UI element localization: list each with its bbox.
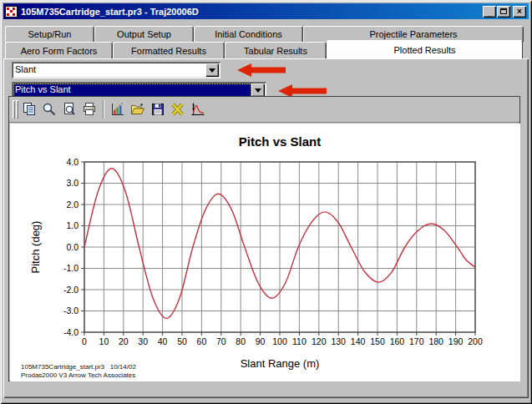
x-tick-label: 130: [331, 336, 346, 346]
toolbar-grip[interactable]: [16, 100, 18, 119]
zoom-button[interactable]: [40, 100, 58, 119]
maximize-icon: [500, 8, 507, 14]
x-tick-label: 180: [428, 336, 443, 346]
x-tick-label: 50: [177, 336, 187, 346]
x-tick-label: 90: [256, 336, 266, 346]
export-excel-button[interactable]: [169, 100, 187, 119]
plot-variable-dropdown-button[interactable]: [205, 63, 219, 77]
export-excel-icon: [170, 102, 185, 117]
tab-row-2: Aero Form FactorsFormatted ResultsTabula…: [5, 42, 523, 58]
tab-initial-conditions[interactable]: Initial Conditions: [194, 26, 303, 42]
chart-footnote-app: Prodas2000 V3 Arrow Tech Associates: [21, 371, 135, 379]
chart-options-icon: [110, 102, 125, 117]
y-tick-label: 2.0: [66, 199, 79, 210]
y-tick-label: 1.0: [66, 220, 79, 230]
x-tick-label: 70: [216, 336, 226, 346]
chart-footnote-file: 105M735Cartridge_start.pr3 10/14/02: [21, 363, 136, 371]
open-button[interactable]: [129, 100, 147, 119]
title-bar[interactable]: 105M735Cartridge_start.pr3 - Traj20006D …: [3, 3, 529, 19]
plotted-results-page: Slant Pitch vs Slant: [3, 58, 529, 398]
chart-panel: Pitch vs Slant 0102030405060708090100110…: [8, 96, 520, 381]
plot-canvas: 0102030405060708090100110120130140150160…: [10, 124, 520, 381]
y-tick-label: -3.0: [63, 306, 79, 316]
app-icon: [5, 6, 18, 18]
copy-icon: [22, 102, 37, 117]
y-axis-label: Pitch (deg): [29, 221, 42, 274]
minimize-button[interactable]: _: [483, 6, 496, 18]
x-tick-label: 170: [409, 336, 424, 346]
x-tick-label: 0: [82, 336, 87, 346]
print-preview-button[interactable]: [60, 100, 79, 119]
chart-options-button[interactable]: [109, 100, 127, 119]
tab-tabular-results[interactable]: Tabular Results: [225, 42, 327, 58]
save-button[interactable]: [149, 100, 167, 119]
toolbar-separator: [103, 100, 104, 119]
x-tick-label: 200: [468, 336, 483, 346]
y-tick-label: 3.0: [66, 178, 79, 188]
maximize-button[interactable]: [497, 6, 510, 18]
open-icon: [130, 102, 145, 117]
print-preview-icon: [62, 102, 77, 117]
zoom-icon: [42, 102, 57, 117]
annotation-arrow-1: [237, 63, 286, 77]
x-tick-label: 140: [351, 336, 366, 346]
x-tick-label: 190: [448, 336, 464, 346]
x-tick-label: 30: [138, 336, 148, 346]
plot-selection-dropdown-button[interactable]: [251, 83, 265, 97]
close-button[interactable]: ×: [513, 6, 526, 18]
plot-variable-combobox[interactable]: Slant: [12, 62, 220, 78]
x-tick-label: 10: [99, 336, 109, 346]
x-tick-label: 160: [390, 336, 405, 346]
y-tick-label: 0.0: [66, 242, 79, 252]
toolbar-grip[interactable]: [13, 100, 15, 119]
tab-output-setup[interactable]: Output Setup: [94, 26, 194, 42]
x-tick-label: 100: [272, 336, 287, 346]
plot-curve-button[interactable]: [189, 100, 207, 119]
x-tick-label: 120: [312, 336, 327, 346]
plot-selection-value: Pitch vs Slant: [13, 83, 251, 97]
x-tick-label: 20: [119, 336, 129, 346]
save-icon: [150, 102, 165, 117]
tab-setup-run[interactable]: Setup/Run: [5, 26, 94, 42]
x-tick-label: 150: [370, 336, 385, 346]
chart-toolbar: [9, 97, 519, 123]
tab-aero-form-factors[interactable]: Aero Form Factors: [5, 42, 113, 58]
x-tick-label: 110: [292, 336, 307, 346]
x-tick-label: 40: [158, 336, 168, 346]
plot-curve-icon: [190, 102, 205, 117]
tab-plotted-results[interactable]: Plotted Results: [327, 40, 523, 58]
chevron-down-icon: [255, 88, 261, 93]
x-tick-label: 80: [236, 336, 246, 346]
copy-button[interactable]: [20, 100, 38, 119]
chevron-down-icon: [209, 68, 215, 73]
y-tick-label: -1.0: [63, 263, 79, 273]
x-tick-label: 60: [197, 336, 207, 346]
y-tick-label: -2.0: [63, 285, 79, 295]
print-icon: [82, 102, 97, 117]
print-button[interactable]: [80, 100, 99, 119]
chart-area: Pitch vs Slant 0102030405060708090100110…: [10, 124, 520, 381]
window-title: 105M735Cartridge_start.pr3 - Traj20006D: [21, 7, 482, 17]
application-window: 105M735Cartridge_start.pr3 - Traj20006D …: [0, 0, 532, 404]
y-tick-label: -4.0: [63, 327, 79, 337]
plot-variable-value: Slant: [13, 63, 205, 77]
x-axis-label: Slant Range (m): [84, 357, 475, 370]
y-tick-label: 4.0: [66, 157, 79, 167]
tab-formatted-results[interactable]: Formatted Results: [113, 42, 225, 58]
